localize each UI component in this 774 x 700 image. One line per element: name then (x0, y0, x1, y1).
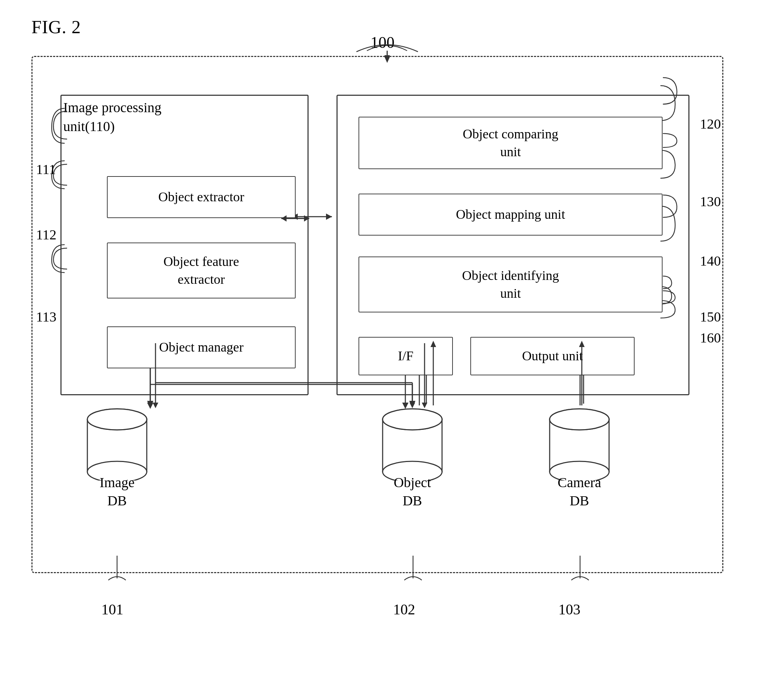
ref-112: 112 (36, 227, 56, 243)
object-identifying-unit-box: Object identifyingunit (359, 257, 663, 313)
object-comparing-unit-label: Object comparingunit (463, 125, 558, 161)
if-label: I/F (398, 347, 413, 365)
object-manager-label: Object manager (159, 338, 243, 356)
output-unit-label: Output unit (522, 347, 583, 365)
ref-101: 101 (101, 601, 123, 618)
object-identifying-unit-label: Object identifyingunit (462, 266, 559, 303)
right-inner-box: Object comparingunit Object mapping unit… (336, 95, 690, 395)
ref-140: 140 (700, 253, 721, 269)
ref-130: 130 (700, 193, 721, 210)
object-comparing-unit-box: Object comparingunit (359, 117, 663, 169)
image-db-cylinder (82, 407, 152, 480)
object-extractor-label: Object extractor (158, 188, 244, 206)
label-100: 100 (370, 33, 395, 52)
ref-120: 120 (700, 116, 721, 132)
ref-150: 150 (700, 309, 721, 325)
camera-db-label: CameraDB (544, 473, 614, 510)
svg-point-30 (383, 409, 442, 430)
object-feature-extractor-box: Object featureextractor (107, 243, 296, 298)
object-db-cylinder (377, 407, 447, 480)
ref-103: 103 (558, 601, 580, 618)
ref-111: 111 (36, 161, 56, 177)
object-extractor-box: Object extractor (107, 176, 296, 218)
camera-db-cylinder (544, 407, 614, 480)
object-mapping-unit-label: Object mapping unit (456, 205, 565, 223)
left-inner-box: Object extractor Object featureextractor… (60, 95, 309, 395)
ref-160: 160 (700, 329, 721, 346)
image-db-label: ImageDB (82, 473, 152, 510)
ref-113: 113 (36, 309, 56, 325)
if-box: I/F (359, 337, 453, 375)
output-unit-box: Output unit (470, 337, 635, 375)
object-feature-extractor-label: Object featureextractor (164, 253, 239, 289)
ref-102: 102 (393, 601, 415, 618)
figure-label: FIG. 2 (31, 17, 81, 37)
svg-point-26 (88, 409, 147, 430)
object-db-label: ObjectDB (377, 473, 447, 510)
object-mapping-unit-box: Object mapping unit (359, 194, 663, 235)
object-manager-box: Object manager (107, 326, 296, 368)
svg-point-34 (550, 409, 609, 430)
